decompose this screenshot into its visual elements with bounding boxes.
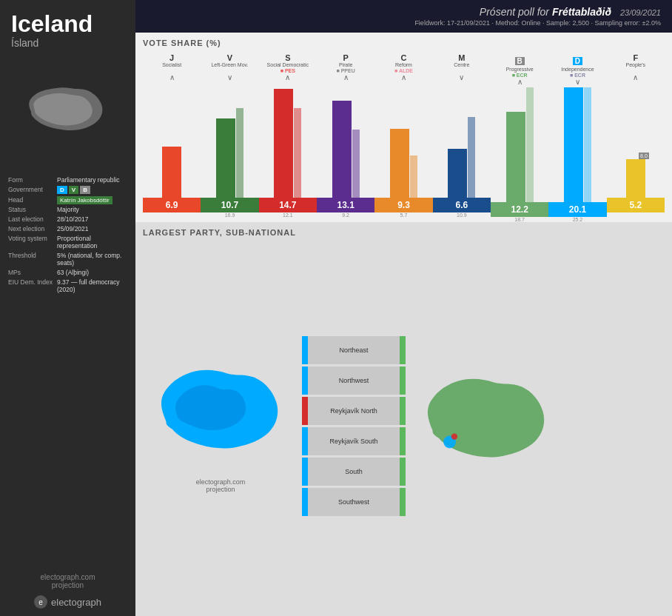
region-southwest-bar-right [400, 488, 406, 516]
party-alias-m [454, 68, 469, 73]
region-south: South [302, 458, 406, 486]
sidebar-info: Form Parliamentary republic Government D… [0, 171, 135, 298]
sub-national-content: electograph.comprojection Northeast Nort… [143, 243, 665, 610]
govt-label: Government [6, 184, 55, 195]
vote-share-section: VOTE SHARE (%) J Socialist ∧ 6.9 [135, 33, 672, 222]
score-c: 9.3 [374, 198, 432, 212]
iceland-map-svg [16, 67, 120, 156]
party-name-m: Centre [454, 62, 469, 68]
logo-icon: e [34, 595, 47, 609]
next-label: Next election [6, 224, 55, 233]
score-b: 12.2 [491, 202, 548, 217]
region-southwest-name: Southwest [308, 498, 400, 506]
party-header-p: P Pirate ■ PPEU ∧ [337, 53, 355, 81]
party-header-s: S Social Democratic ■ PES ∧ [267, 53, 309, 81]
mps-val: 63 (Alþingi) [55, 267, 130, 277]
sidebar-map [0, 53, 135, 171]
poll-date: 23/09/2021 [620, 8, 661, 17]
party-alias-d: ■ ECR [561, 73, 594, 78]
prev-c: 5.7 [400, 212, 408, 218]
projection-text: electograph.comprojection [11, 573, 124, 589]
party-letter-s: S [267, 53, 309, 62]
sub-map-left-label: electograph.comprojection [196, 478, 246, 493]
region-reykjavik-north-bar-right [400, 397, 406, 425]
threshold-label: Threshold [6, 250, 55, 267]
party-col-s: S Social Democratic ■ PES ∧ 14.7 12.1 [259, 53, 317, 222]
party-letter-p: P [337, 53, 355, 62]
prev-s: 12.1 [283, 212, 293, 218]
party-name-v: Left-Green Mov. [211, 62, 248, 68]
bar-m-prev [468, 117, 475, 198]
party-letter-j: J [162, 53, 181, 62]
party-letter-m: M [454, 53, 469, 62]
bar-d-main [564, 87, 583, 202]
bar-p-main [332, 101, 352, 198]
arrow-j: ∧ [162, 73, 181, 81]
bar-v-main [216, 118, 235, 198]
region-northwest-name: Northwest [308, 377, 400, 384]
prev-m: 10.9 [457, 212, 467, 218]
sidebar-bottom: electograph.comprojection e electograph [0, 566, 135, 616]
sub-map-right-svg [409, 368, 565, 485]
sidebar: Iceland Ísland Form Parliamentary republ… [0, 0, 135, 616]
sub-national-section: LARGEST PARTY, SUB-NATIONAL electograph.… [135, 222, 672, 616]
region-northeast-bar-left [302, 336, 308, 364]
arrow-d: ∨ [561, 78, 594, 86]
region-reykjavik-north-name: Reykjavík North [308, 407, 400, 415]
bars-f: 8.0 [626, 83, 645, 198]
sub-national-title: LARGEST PARTY, SUB-NATIONAL [143, 228, 665, 237]
voting-label: Voting system [6, 233, 55, 250]
bar-b-main [506, 112, 525, 202]
sub-map-left-svg [143, 359, 298, 476]
last-val: 28/10/2017 [55, 214, 130, 224]
prev-v: 16.9 [225, 212, 235, 218]
party-name-c: Reform [394, 62, 413, 68]
prev-b: 18.7 [514, 217, 525, 222]
prev-d: 25.2 [573, 217, 583, 222]
score-p: 13.1 [317, 198, 374, 212]
arrow-f: ∧ [625, 73, 645, 81]
region-northwest-bar-left [302, 366, 308, 395]
region-reykjavik-south-bar-left [302, 427, 308, 455]
region-southwest: Southwest [302, 488, 406, 516]
parties-chart: J Socialist ∧ 6.9 V Left-Green Mov. [143, 53, 665, 222]
score-s: 14.7 [259, 198, 317, 212]
party-col-d: D Independence ■ ECR ∨ 20.1 25.2 [548, 53, 606, 222]
bars-v [216, 83, 243, 198]
sub-map-left: electograph.comprojection [143, 359, 298, 493]
party-header-d: D Independence ■ ECR ∨ [561, 53, 594, 86]
party-alias-c: ■ ALDE [394, 68, 413, 73]
party-header-j: J Socialist ∧ [162, 53, 181, 81]
bar-f-main [626, 159, 645, 198]
eiu-val: 9.37 — full democracy (2020) [55, 277, 130, 294]
region-southwest-bar-left [302, 488, 308, 516]
bar-m-main [448, 149, 467, 198]
last-label: Last election [6, 214, 55, 224]
score-m: 6.6 [433, 198, 491, 212]
arrow-p: ∧ [337, 73, 355, 81]
arrow-v: ∨ [211, 73, 248, 81]
badge-v: V [69, 186, 78, 194]
region-reykjavik-south: Reykjavík South [302, 427, 406, 455]
bar-v-prev [236, 108, 243, 198]
threshold-val: 5% (national, for comp. seats) [55, 250, 130, 267]
bar-b-prev [526, 87, 534, 202]
party-col-c: C Reform ■ ALDE ∧ 9.3 5.7 [374, 53, 432, 222]
region-reykjavik-north-bar-left [302, 397, 308, 425]
score-f: 5.2 [607, 198, 665, 212]
party-header-m: M Centre ∨ [454, 53, 469, 81]
region-reykjavik-south-bar-right [400, 427, 406, 455]
eiu-label: EIU Dem. Index [6, 277, 55, 294]
region-northwest: Northwest [302, 366, 406, 395]
bars-s [274, 83, 301, 198]
region-northwest-bar-right [400, 366, 406, 395]
party-name-s: Social Democratic [267, 62, 309, 68]
region-south-bar-left [302, 458, 308, 486]
score-d: 20.1 [548, 202, 606, 217]
head-val: Katrín Jakobsdóttir [57, 196, 112, 204]
badge-b: B [80, 186, 90, 194]
content-area: Prósent poll for Fréttablaðið 23/09/2021… [135, 0, 672, 616]
arrow-m: ∨ [454, 73, 469, 81]
header: Prósent poll for Fréttablaðið 23/09/2021… [135, 0, 672, 33]
region-northeast-bar-right [400, 336, 406, 364]
